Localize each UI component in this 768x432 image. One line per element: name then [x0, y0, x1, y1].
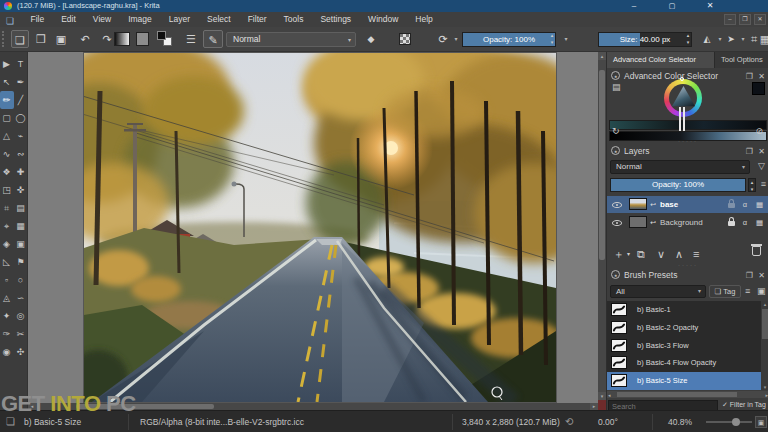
preset-filter-dropdown[interactable]: All ▾ [610, 285, 706, 298]
tool-ellipse[interactable]: ◯ [14, 109, 28, 127]
tool-bezier-select[interactable]: ✑ [0, 325, 14, 343]
duplicate-layer-button[interactable]: ⧉ [637, 246, 645, 262]
alpha-lock-icon[interactable]: α [743, 196, 747, 213]
shade-strip-cursor[interactable] [679, 107, 685, 131]
layer-thumbnail[interactable] [629, 216, 647, 228]
tool-select-shapes[interactable]: ▶ [0, 55, 14, 73]
mdi-minimize-button[interactable]: – [724, 14, 736, 25]
menu-window[interactable]: Window [360, 12, 407, 27]
layer-lock-icon[interactable] [728, 221, 735, 226]
lock-docker-icon[interactable]: ● [611, 270, 620, 279]
undo-button[interactable]: ↶ [76, 30, 94, 48]
canvas-vertical-scrollbar[interactable]: ▴ ▾ [598, 52, 606, 410]
brush-preset-row[interactable]: b) Basic-1 [607, 301, 768, 319]
tool-similar-select[interactable]: ✦ [0, 307, 14, 325]
zoom-slider-knob[interactable] [732, 418, 740, 426]
edit-brush-settings-button[interactable]: ✎ [203, 30, 223, 48]
chevron-down-icon[interactable]: ▾ [452, 35, 460, 42]
filter-in-tag-checkbox[interactable]: ✓ Filter in Tag [722, 401, 766, 409]
tool-enclose-fill[interactable]: ▣ [14, 235, 28, 253]
canvas-rotation-icon[interactable]: ⟲ [565, 411, 573, 432]
tool-rectangle[interactable]: ▢ [0, 109, 14, 127]
refresh-colors-icon[interactable]: ↻ [612, 126, 620, 136]
canvas-area[interactable] [28, 52, 598, 403]
close-button[interactable]: ✕ [698, 0, 722, 12]
layer-row-base[interactable]: ↩ base α ▦ [607, 196, 768, 213]
layer-properties-button[interactable]: ≡ [693, 246, 699, 262]
layers-menu-icon[interactable]: ≡ [761, 179, 766, 189]
new-document-button[interactable]: ❏ [11, 30, 29, 48]
menu-settings[interactable]: Settings [312, 12, 360, 27]
menu-edit[interactable]: Edit [53, 12, 85, 27]
brush-preset-row[interactable]: b) Basic-3 Flow [607, 337, 768, 355]
tool-rect-select[interactable]: ▫ [0, 271, 14, 289]
alpha-lock-icon[interactable]: α [743, 214, 747, 231]
brush-preset-row[interactable]: b) Basic-2 Opacity [607, 319, 768, 337]
delete-layer-button[interactable] [752, 246, 761, 256]
minimize-button[interactable]: – [622, 0, 646, 12]
tool-magnetic-select[interactable]: ✂ [14, 325, 28, 343]
chevron-down-icon[interactable]: ▾ [562, 35, 570, 42]
vscroll-handle[interactable] [599, 70, 605, 260]
subwindow-grid-button[interactable]: ▦ [759, 30, 768, 48]
tool-crop[interactable]: ⌗ [0, 199, 14, 217]
lock-docker-icon[interactable]: ● [611, 71, 620, 80]
eraser-mode-button[interactable]: ◆ [362, 30, 380, 48]
scroll-right-arrow[interactable]: ▸ [590, 403, 598, 410]
chevron-down-icon[interactable]: ▾ [716, 35, 724, 42]
menu-filter[interactable]: Filter [239, 12, 275, 27]
move-layer-down-button[interactable]: ∨ [657, 246, 665, 262]
close-docker-icon[interactable]: ✕ [758, 269, 765, 283]
tool-text[interactable]: T [14, 55, 28, 73]
fg-bg-color-swatch[interactable] [157, 31, 172, 46]
maximize-button[interactable]: ▢ [660, 0, 684, 12]
menu-view[interactable]: View [84, 12, 119, 27]
pattern-chooser[interactable] [136, 32, 149, 46]
tool-multibrush[interactable]: ✚ [14, 163, 28, 181]
tool-dynamic-brush[interactable]: ❖ [0, 163, 14, 181]
visibility-eye-icon[interactable] [612, 202, 622, 208]
size-spinner[interactable]: ▴▾ [684, 32, 692, 47]
layer-opacity-spinner[interactable]: ▴▾ [748, 178, 756, 192]
tool-ellipse-select[interactable]: ○ [14, 271, 28, 289]
zoom-slider[interactable] [706, 421, 752, 423]
menu-tools[interactable]: Tools [275, 12, 312, 27]
toolbar-grip[interactable] [2, 31, 5, 47]
tool-line[interactable]: ╱ [14, 91, 28, 109]
gradient-chooser[interactable] [114, 32, 130, 46]
current-color-patch[interactable] [752, 82, 765, 95]
menu-layer[interactable]: Layer [160, 12, 198, 27]
tag-button[interactable]: ❏ Tag [709, 285, 741, 298]
preserve-alpha-button[interactable] [399, 33, 411, 45]
tab-tool-options[interactable]: Tool Options [715, 52, 768, 68]
tool-polygon-select[interactable]: ◬ [0, 289, 14, 307]
add-layer-button[interactable]: ＋ [613, 246, 624, 262]
preset-list-hscrollbar[interactable]: ◂ ▸ [607, 391, 768, 398]
tool-freehand-select[interactable]: ∽ [14, 289, 28, 307]
brush-preset-row[interactable]: b) Basic-5 Size [607, 372, 768, 390]
tool-polyline[interactable]: ⌁ [14, 127, 28, 145]
tool-calligraphy[interactable]: ✒ [14, 73, 28, 91]
brush-option-slider-icon[interactable]: ☰ [182, 30, 200, 48]
tool-fill[interactable]: ◈ [0, 235, 14, 253]
float-docker-icon[interactable]: ❐ [746, 145, 753, 159]
opacity-spinner[interactable]: ▴▾ [548, 32, 556, 47]
reload-preset-button[interactable]: ⟳ [434, 30, 452, 48]
lock-docker-icon[interactable]: ● [611, 146, 620, 155]
tool-pattern[interactable]: ▦ [14, 217, 28, 235]
menu-file[interactable]: File [22, 12, 53, 27]
tool-move[interactable]: ✜ [14, 181, 28, 199]
tool-zoom[interactable]: ◉ [0, 343, 14, 361]
save-button[interactable]: ▣ [52, 30, 70, 48]
mdi-close-button[interactable]: ✕ [754, 14, 766, 25]
menu-select[interactable]: Select [199, 12, 240, 27]
layer-filter-icon[interactable]: ▽ [758, 161, 765, 171]
layer-blend-mode-dropdown[interactable]: Normal ▾ [610, 160, 750, 174]
preset-list-vscrollbar[interactable]: ▴ ▾ [761, 301, 768, 390]
color-selector-settings-icon[interactable]: ▤ [612, 82, 621, 92]
menu-help[interactable]: Help [407, 12, 441, 27]
close-docker-icon[interactable]: ✕ [758, 145, 765, 159]
opacity-slider[interactable]: Opacity: 100% [462, 32, 556, 47]
tool-gradient[interactable]: ▤ [14, 199, 28, 217]
tool-contiguous-select[interactable]: ◎ [14, 307, 28, 325]
